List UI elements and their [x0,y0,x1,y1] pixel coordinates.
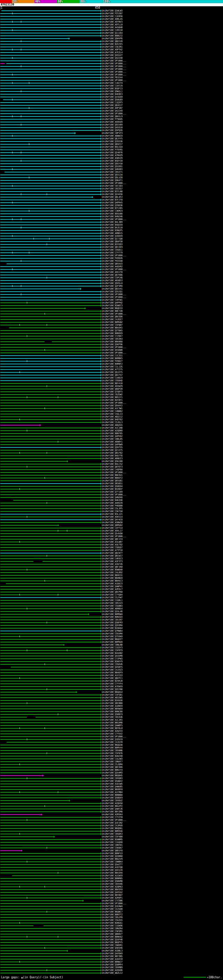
hit-segment[interactable] [0,939,100,940]
hit-segment[interactable] [0,592,100,592]
hit-label[interactable]: UniRef100_C1Q3F5 [102,101,122,104]
hit-label[interactable]: UniRef100_A6SB53 [102,279,122,282]
hit-label[interactable]: UniRef100_Q2UB60 [102,855,122,858]
hit-segment[interactable] [6,63,100,64]
hit-segment[interactable] [0,722,100,723]
hit-segment[interactable] [0,166,100,167]
hit-segment[interactable] [0,275,100,275]
hit-label[interactable]: UniRef100_A1D1W5 [102,783,122,785]
hit-segment[interactable] [0,455,100,456]
hit-label[interactable]: UniRef100_Q2GYN8 [102,688,122,691]
hit-label[interactable]: UniRef100_Q42249 [102,110,122,112]
hit-segment[interactable] [0,377,100,378]
hit-label[interactable]: UniRef100_UP1000... [102,313,127,315]
hit-segment[interactable] [0,141,100,142]
hit-label[interactable]: UniRef100_Q4PR45 [102,201,122,204]
hit-segment[interactable] [0,261,100,261]
hit-segment[interactable] [0,750,100,751]
hit-label[interactable]: UniRef100_B0Y410 [102,382,122,385]
hit-label[interactable]: UniRef100_B9W040 [102,568,122,571]
hit-segment[interactable] [0,383,100,384]
hit-label[interactable]: UniRef100_B2VSD3 [102,243,122,246]
hit-label[interactable]: UniRef100_Q17JQ8 [102,237,122,240]
hit-label[interactable]: UniRef100_Q6JYY5 [102,137,122,140]
hit-segment[interactable] [0,731,100,732]
hit-segment[interactable] [0,83,100,83]
hit-segment[interactable] [0,127,100,128]
hit-segment[interactable] [0,77,100,78]
hit-segment[interactable] [0,808,100,809]
hit-label[interactable]: UniRef100_B0Y3N5 [102,955,122,958]
hit-label[interactable]: UniRef100_A6QI12 [102,415,122,418]
hit-label[interactable]: UniRef100_A6ZLC2 [102,972,122,974]
hit-label[interactable]: UniRef100_C5FN76 [102,752,122,755]
hit-label[interactable]: UniRef100_A9PTH2 [102,48,122,51]
hit-segment[interactable] [0,317,100,317]
hit-label[interactable]: UniRef100_C4JEE7 [102,318,122,321]
hit-segment[interactable] [0,397,100,398]
hit-segment[interactable] [0,325,100,325]
hit-segment[interactable] [0,405,100,406]
hit-label[interactable]: UniRef100_Q7S9A9 [102,635,122,638]
hit-segment[interactable] [0,155,100,156]
hit-label[interactable]: UniRef100_Q1DSC8 [102,738,122,741]
hit-label[interactable]: UniRef100_C3KMC9 [102,210,122,212]
hit-segment[interactable] [0,775,42,776]
hit-label[interactable]: UniRef100_Q21375 [102,449,122,452]
hit-segment[interactable] [0,177,100,178]
hit-segment[interactable] [0,297,100,298]
hit-segment[interactable] [0,725,100,726]
hit-label[interactable]: UniRef100_C7YYF4 [102,682,122,685]
hit-label[interactable]: UniRef100_Q5AWV2 [102,780,122,783]
hit-label[interactable]: UniRef100_A3LW07 [102,541,122,543]
hit-label[interactable]: UniRef100_Q4WU05 [102,785,122,788]
hit-segment[interactable] [0,706,100,706]
hit-label[interactable]: UniRef100_C4NN62 [102,410,122,413]
hit-label[interactable]: UniRef100_B0XRF0 [102,788,122,791]
hit-segment[interactable] [0,147,100,147]
hit-label[interactable]: UniRef100_B9IJG9 [102,146,122,148]
hit-label[interactable]: UniRef100_C7YT79 [102,251,122,254]
hit-label[interactable]: UniRef100_UP1000... [102,352,127,354]
hit-label[interactable]: UniRef100_Q2GS27 [102,54,122,57]
hit-segment[interactable] [0,828,100,829]
hit-label[interactable]: UniRef100_B6QNC7 [102,910,122,913]
hit-segment[interactable] [0,411,100,412]
hit-segment[interactable] [6,264,100,264]
hit-label[interactable]: UniRef100_Q9HVP6 [102,37,122,40]
hit-label[interactable]: UniRef100_B8MZG6 [102,830,122,833]
hit-label[interactable]: UniRef100_C5FRT9 [102,649,122,652]
hit-segment[interactable] [0,864,100,865]
hit-segment[interactable] [0,494,100,495]
hit-label[interactable]: UniRef100_Q40403 [102,168,122,171]
hit-segment[interactable] [0,69,100,70]
hit-label[interactable]: UniRef100_Q4WP41 [102,585,122,588]
hit-label[interactable]: UniRef100_Q5PQ26 [102,129,122,132]
hit-label[interactable]: UniRef100_Q0UTC1 [102,677,122,679]
hit-segment[interactable] [0,183,100,183]
hit-segment[interactable] [0,364,100,364]
hit-label[interactable]: UniRef100_C4L092 [102,571,122,574]
hit-segment[interactable] [0,878,100,879]
hit-label[interactable]: UniRef100_UP1000... [102,112,127,115]
hit-segment[interactable] [0,439,100,439]
hit-segment[interactable] [0,672,100,673]
hit-label[interactable]: UniRef100_C7Z9E7 [102,335,122,337]
hit-label[interactable]: UniRef100_A1D8J3 [102,582,122,585]
hit-label[interactable]: UniRef100_B8N9X9 [102,332,122,335]
hit-segment[interactable] [0,247,100,248]
hit-segment[interactable] [0,161,100,161]
hit-label[interactable]: UniRef100_C8VJH7 [102,619,122,621]
hit-label[interactable]: UniRef100_Q05VU3 [102,262,122,265]
hit-label[interactable]: UniRef100_UP1000... [102,819,127,821]
hit-label[interactable]: UniRef100_Q4WBF5 [102,724,122,727]
hit-label[interactable]: UniRef100_Q4PE62 [102,435,122,438]
hit-label[interactable]: UniRef100_C7YQ84 [102,593,122,596]
hit-segment[interactable] [0,408,100,409]
hit-segment[interactable] [0,341,45,342]
hit-label[interactable]: UniRef100_B8NCB8 [102,710,122,713]
hit-segment[interactable] [0,313,100,314]
hit-segment[interactable] [0,372,100,373]
hit-label[interactable]: UniRef100_C5GBB3 [102,605,122,607]
hit-label[interactable]: UniRef100_C8V2U6 [102,716,122,719]
